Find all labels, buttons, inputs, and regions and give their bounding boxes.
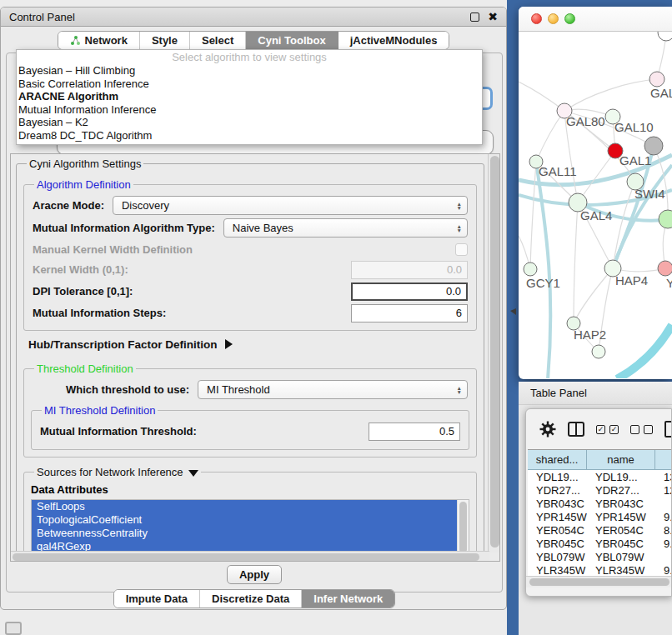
- algorithm-option-bayesian-hill-climbing[interactable]: Bayesian – Hill Climbing: [17, 64, 482, 78]
- hub-definition-expander[interactable]: Hub/Transcription Factor Definition: [23, 332, 477, 356]
- tab-style[interactable]: Style: [140, 32, 190, 49]
- table-settings-button[interactable]: [539, 421, 556, 438]
- mi-steps-input[interactable]: [351, 304, 468, 322]
- network-node-gal[interactable]: [649, 72, 664, 87]
- data-attributes-list[interactable]: SelfLoopsTopologicalCoefficientBetweenne…: [31, 499, 469, 552]
- bottom-tab-infer-network[interactable]: Infer Network: [302, 590, 394, 608]
- network-node[interactable]: [659, 210, 672, 228]
- mi-type-row: Mutual Information Algorithm Type: Naive…: [31, 217, 469, 239]
- table-cell: 8.: [655, 524, 671, 537]
- network-edge[interactable]: [536, 111, 564, 162]
- node-attribute-table[interactable]: shared...nameA YDL19...YDL19...13YDR27..…: [528, 449, 671, 576]
- network-edge[interactable]: [519, 82, 564, 111]
- network-edge[interactable]: [530, 162, 536, 269]
- table-row[interactable]: YBL079WYBL079W: [528, 550, 671, 563]
- window-close-traffic-light[interactable]: [531, 13, 542, 24]
- network-node-label: HAP4: [615, 273, 648, 288]
- column-header-shared[interactable]: shared...: [528, 450, 587, 469]
- attribute-item-selfloops[interactable]: SelfLoops: [32, 500, 457, 513]
- network-node-gcy1[interactable]: [524, 262, 537, 276]
- checked-checkbox-icon: ✓: [609, 425, 619, 434]
- table-row[interactable]: YDL19...YDL19...13: [528, 470, 671, 483]
- table-panel-dock: Table Panel: [519, 382, 672, 635]
- network-edge[interactable]: [564, 79, 657, 111]
- attribute-item-betweennesscentrality[interactable]: BetweennessCentrality: [32, 527, 457, 540]
- bottom-tab-discretize-data[interactable]: Discretize Data: [200, 590, 302, 608]
- tab-network[interactable]: Network: [58, 32, 140, 49]
- which-threshold-select[interactable]: MI Threshold ▲▼: [198, 380, 468, 399]
- network-edge[interactable]: [536, 162, 550, 378]
- cyni-algorithm-settings-legend: Cyni Algorithm Settings: [27, 158, 143, 170]
- manual-kernel-checkbox[interactable]: [455, 243, 468, 256]
- mi-steps-row: Mutual Information Steps:: [31, 302, 469, 323]
- sources-legend[interactable]: Sources for Network Inference: [34, 466, 201, 478]
- mouse-cursor: [510, 308, 516, 315]
- network-edge[interactable]: [617, 325, 672, 378]
- tab-cyni-toolbox[interactable]: Cyni Toolbox: [246, 32, 338, 49]
- window-minimize-traffic-light[interactable]: [548, 13, 559, 24]
- table-cell: YBR045C: [587, 538, 655, 550]
- attribute-item-topologicalcoefficient[interactable]: TopologicalCoefficient: [32, 513, 457, 527]
- network-node-label: GAL: [650, 86, 672, 100]
- network-node[interactable]: [644, 137, 663, 155]
- algorithm-option-dream8-dc-tdc-algorithm[interactable]: Dream8 DC_TDC Algorithm: [17, 129, 482, 142]
- table-export-button[interactable]: [664, 421, 672, 438]
- algorithm-option-aracne-algorithm[interactable]: ARACNE Algorithm: [17, 90, 482, 103]
- tab-select[interactable]: Select: [190, 32, 246, 49]
- table-cell: 12: [655, 484, 671, 497]
- algorithm-option-basic-correlation-inference[interactable]: Basic Correlation Inference: [17, 78, 482, 91]
- apply-button[interactable]: Apply: [227, 565, 282, 584]
- network-node-label: GAL11: [539, 164, 577, 178]
- table-cell: YBL079W: [528, 551, 587, 563]
- network-node-y[interactable]: [658, 261, 672, 276]
- select-all-rows-button[interactable]: ✓ ✓: [596, 425, 619, 434]
- document-icon: [664, 421, 672, 438]
- table-row[interactable]: YBR043CYBR043C: [528, 497, 671, 510]
- network-node-label: GAL1: [619, 153, 651, 168]
- network-view-window: GALGAL80GAL10GAL1GAL11SWI4GAL4GCY1HAP4YH…: [519, 7, 672, 379]
- docked-panel-icon[interactable]: [5, 622, 22, 635]
- table-cell: YDL19...: [587, 471, 655, 483]
- mi-threshold-input[interactable]: [369, 422, 460, 441]
- table-row[interactable]: YER054CYER054C8.: [528, 523, 671, 537]
- dpi-tolerance-input[interactable]: [351, 282, 468, 301]
- table-cell: 9.: [655, 564, 671, 577]
- mi-type-select[interactable]: Naive Bayes ▲▼: [223, 218, 468, 238]
- window-zoom-traffic-light[interactable]: [564, 13, 575, 24]
- algorithm-option-bayesian-k2[interactable]: Bayesian – K2: [17, 116, 482, 129]
- algorithm-option-mutual-information-inference[interactable]: Mutual Information Inference: [17, 103, 482, 117]
- aracne-mode-label: Aracne Mode:: [33, 199, 104, 212]
- kernel-width-input[interactable]: [351, 261, 468, 279]
- network-node-label: SWI4: [634, 187, 665, 201]
- tab-jactivemnodules[interactable]: jActiveMNodules: [339, 32, 449, 49]
- column-header-a[interactable]: A: [655, 450, 671, 469]
- window-close-icon[interactable]: ✖: [488, 12, 498, 22]
- gear-icon: [539, 421, 556, 438]
- settings-vertical-scrollbar[interactable]: [488, 154, 499, 552]
- table-header-row: shared...nameA: [528, 450, 671, 470]
- table-row[interactable]: YPR145WYPR145W9.: [528, 510, 671, 523]
- table-horizontal-scrollbar[interactable]: [526, 576, 672, 588]
- network-graph-icon: [70, 35, 81, 46]
- settings-horizontal-scrollbar[interactable]: [11, 551, 489, 561]
- window-float-icon[interactable]: [470, 12, 479, 22]
- network-edge[interactable]: [574, 202, 578, 323]
- table-row[interactable]: YDR27...YDR27...12: [528, 483, 671, 497]
- which-threshold-label: Which threshold to use:: [66, 383, 189, 396]
- aracne-mode-select[interactable]: Discovery ▲▼: [113, 196, 468, 215]
- attributes-list-scrollbar[interactable]: [457, 500, 469, 552]
- table-cell: 9.: [655, 538, 671, 550]
- network-node[interactable]: [592, 345, 605, 358]
- bottom-tab-impute-data[interactable]: Impute Data: [114, 590, 200, 608]
- network-graph-canvas[interactable]: GALGAL80GAL10GAL1GAL11SWI4GAL4GCY1HAP4YH…: [519, 32, 672, 378]
- table-rows: YDL19...YDL19...13YDR27...YDR27...12YBR0…: [528, 470, 671, 576]
- network-node-label: GAL4: [580, 208, 612, 222]
- deselect-all-rows-button[interactable]: [630, 425, 653, 434]
- table-cell: YPR145W: [528, 511, 587, 523]
- table-row[interactable]: YLR345WYLR345W9.: [528, 563, 671, 576]
- table-columns-button[interactable]: [568, 422, 584, 437]
- column-header-name[interactable]: name: [587, 450, 655, 469]
- table-row[interactable]: YBR045CYBR045C9.: [528, 537, 671, 550]
- aracne-mode-row: Aracne Mode: Discovery ▲▼: [31, 194, 469, 217]
- network-node[interactable]: [658, 32, 672, 41]
